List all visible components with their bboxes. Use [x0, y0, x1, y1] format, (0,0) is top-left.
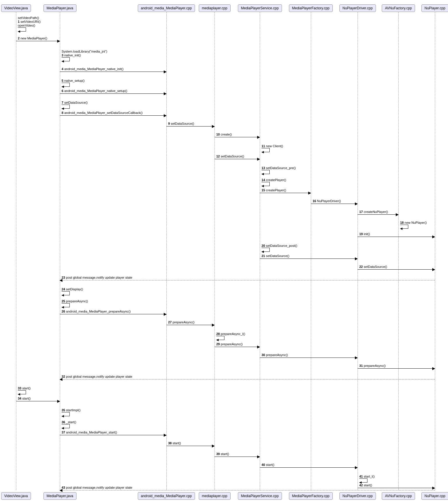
message-label: 17 createNuPlayer() — [359, 210, 388, 214]
self-arrow — [262, 148, 270, 152]
message-label: 38 start() — [168, 441, 181, 445]
self-arrow — [18, 390, 26, 394]
arrow-line — [260, 467, 358, 468]
lifeline — [260, 12, 260, 490]
arrow-head-icon — [355, 257, 358, 260]
self-message: 36 _start() — [62, 420, 76, 428]
arrow-head-icon — [308, 192, 311, 195]
message-label: 3 native_init() — [62, 53, 107, 57]
self-arrow — [62, 57, 70, 61]
self-arrow — [262, 248, 270, 252]
message-label: 6 android_media_MediaPlayer_native_setup… — [62, 89, 127, 93]
arrow-head-icon — [355, 466, 358, 469]
arrow-line — [215, 159, 260, 159]
arrow-head-icon — [396, 213, 399, 216]
message-label: 4 android_media_MediaPlayer_native_init(… — [62, 67, 123, 71]
lifeline — [60, 12, 60, 490]
arrow-head-icon — [257, 158, 260, 161]
message-label: 16 NuPlayerDriver() — [313, 199, 341, 203]
lifeline — [166, 12, 167, 490]
self-arrow — [62, 303, 70, 307]
message-label: 28 prepareAsync_l() — [216, 332, 245, 336]
arrow-line — [260, 193, 311, 193]
message-label: 33 start() — [18, 386, 31, 390]
arrow-line — [260, 358, 358, 358]
self-arrow — [62, 105, 70, 109]
self-arrow — [62, 412, 70, 416]
participant-box: MediaPlayerService.cpp — [238, 4, 282, 12]
participant-box: MediaPlayerFactory.cpp — [289, 492, 333, 500]
message-label: 13 setDataSource_pre() — [262, 166, 296, 170]
message-label: 20 setDataSource_post() — [262, 244, 297, 247]
message-label: 10 create() — [216, 133, 232, 136]
participant-box: mediaplayer.cpp — [199, 492, 231, 500]
arrow-line — [60, 490, 435, 490]
participant-box: NuPlayerDriver.cpp — [339, 4, 376, 12]
arrow-line — [215, 347, 260, 347]
sequence-diagram: VideoView.javaVideoView.javaMediaPlayer.… — [0, 0, 448, 503]
arrow-line — [311, 204, 358, 204]
arrow-line — [60, 280, 435, 280]
participant-box: MediaPlayer.java — [43, 4, 76, 12]
message-label: 37 android_media_MediaPlayer_start() — [62, 431, 117, 434]
message-label: 30 prepareAsync() — [262, 353, 288, 357]
participant-box: MediaPlayerService.cpp — [238, 492, 282, 500]
self-message: setVideoPath()1 setVideoURI()openVideo() — [18, 16, 41, 32]
arrow-head-icon — [57, 40, 60, 43]
message-label: 41 start_l() — [359, 475, 375, 478]
arrow-head-icon — [57, 400, 60, 403]
message-label: 18 new NuPlayer() — [400, 221, 427, 224]
message-label: openVideo() — [18, 24, 41, 27]
arrow-line — [358, 368, 435, 369]
message-label: 39 start() — [216, 452, 229, 456]
participant-box: mediaplayer.cpp — [199, 4, 231, 12]
arrow-head-icon — [257, 455, 260, 458]
message-label: 21 setDataSource() — [262, 254, 289, 258]
self-arrow — [262, 182, 270, 186]
self-message: 5 native_setup() — [62, 79, 85, 87]
self-arrow — [62, 424, 70, 428]
message-label: 7 setDataSource() — [62, 101, 88, 104]
participant-box: VideoView.java — [1, 4, 31, 12]
message-label: 2 new MediaPlayer() — [18, 37, 47, 40]
arrow-head-icon — [432, 487, 435, 490]
message-label: 1 setVideoURI() — [18, 20, 41, 23]
message-label: 35 startImpl() — [62, 408, 81, 412]
arrow-line — [166, 325, 215, 325]
self-arrow — [62, 83, 70, 87]
lifeline — [16, 12, 16, 490]
self-message: 28 prepareAsync_l() — [216, 332, 245, 340]
message-label: 40 start() — [262, 463, 274, 466]
arrow-line — [166, 446, 215, 446]
arrow-line — [16, 41, 60, 41]
self-message: 18 new NuPlayer() — [400, 221, 427, 229]
arrow-head-icon — [164, 70, 167, 73]
arrow-head-icon — [60, 378, 62, 381]
message-label: 34 start() — [18, 397, 31, 400]
arrow-head-icon — [257, 346, 260, 348]
arrow-head-icon — [355, 356, 358, 359]
arrow-head-icon — [164, 313, 167, 316]
message-label: 8 android_media_MediaPlayer_setDataSourc… — [62, 111, 143, 115]
message-label: 31 prepareAsync() — [359, 364, 386, 367]
message-label: 24 setDisplay() — [62, 287, 83, 291]
arrow-line — [358, 269, 435, 270]
arrow-head-icon — [164, 114, 167, 117]
lifeline — [358, 12, 358, 490]
arrow-line — [60, 72, 166, 72]
arrow-head-icon — [212, 125, 215, 128]
arrow-head-icon — [432, 367, 435, 370]
message-label: setVideoPath() — [18, 16, 41, 20]
message-label: 12 setDataSource() — [216, 155, 244, 158]
message-label: 43 post global message,notify update pla… — [62, 486, 132, 489]
self-message: 7 setDataSource() — [62, 101, 88, 109]
arrow-line — [60, 115, 166, 116]
arrow-head-icon — [212, 324, 215, 327]
arrow-line — [166, 126, 215, 126]
lifeline — [215, 12, 215, 490]
arrow-line — [60, 435, 166, 435]
message-label: 15 createPlayer() — [262, 188, 286, 192]
participant-box: NuPlayer.cpp — [421, 492, 448, 500]
message-label: 36 _start() — [62, 420, 76, 424]
message-label: 27 prepareAsync() — [168, 320, 195, 324]
